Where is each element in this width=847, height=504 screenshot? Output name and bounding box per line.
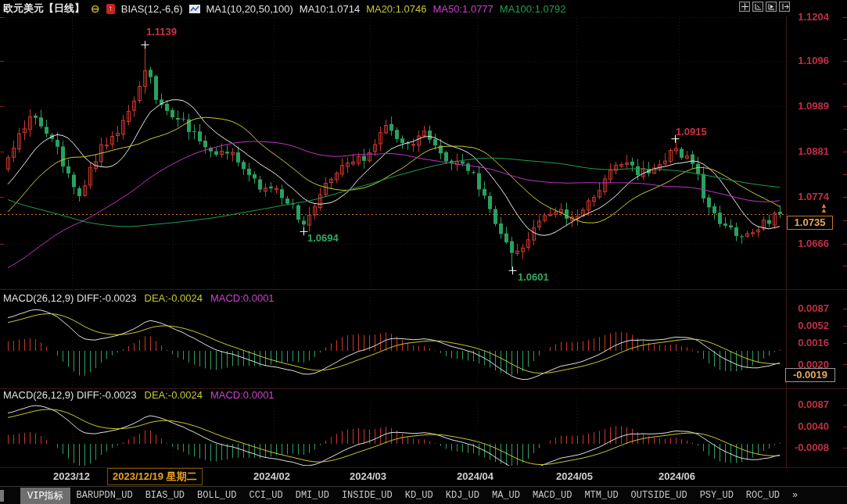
pane-play-icon[interactable]	[766, 2, 777, 12]
minus-circle-icon[interactable]: ⊖	[91, 2, 100, 15]
symbol-title: 欧元美元【日线】	[3, 2, 84, 16]
current-price-badge: 1.0735	[787, 216, 833, 230]
ma20-value: MA20:1.0746	[366, 3, 426, 15]
macd2-macd: MACD:0.0001	[210, 389, 275, 402]
tab-inside[interactable]: INSIDE_UD	[336, 488, 399, 502]
up-arrow-icon: ↑	[106, 4, 115, 14]
ma10-value: MA10:1.0714	[300, 3, 360, 15]
tab-bias[interactable]: BIAS_UD	[139, 488, 191, 502]
macd2-dea: DEA:-0.0024	[145, 389, 203, 402]
price-axis-label: 1.0666	[788, 238, 829, 250]
x-axis-label: 2024/05	[556, 470, 593, 482]
crosshair-icon[interactable]	[739, 2, 750, 12]
ma50-value: MA50:1.0777	[432, 3, 493, 15]
tab-macd[interactable]: MACD_UD	[526, 488, 578, 502]
price-axis-label: 1.1204	[788, 11, 829, 23]
price-axis-label: 1.0989	[788, 100, 829, 113]
tab-boll[interactable]: BOLL_UD	[191, 488, 242, 502]
tab-kd[interactable]: KD_UD	[399, 488, 440, 502]
annotation-high: 1.0915	[676, 126, 707, 138]
annotation-low: 1.0601	[518, 271, 549, 283]
price-up-arrows-icon: ▲▲	[820, 203, 827, 213]
tab-cci[interactable]: CCI_UD	[242, 488, 289, 502]
bias-indicator-label: BIAS(12,-6,6)	[121, 3, 183, 15]
tab-psy[interactable]: PSY_UD	[694, 488, 740, 502]
cursor-date-badge: 2023/12/19 星期二	[107, 468, 203, 485]
tabs-more-chevron[interactable]: »	[786, 488, 804, 502]
price-axis-label: 1.1096	[788, 55, 829, 67]
macd1-macd: MACD:0.0001	[210, 292, 275, 305]
macd1-header: MACD(26,12,9) DIFF:-0.0023 DEA:-0.0024 M…	[3, 292, 275, 305]
x-axis-label: 2024/06	[659, 470, 695, 482]
macd1-axis-label: 0.0087	[788, 302, 829, 314]
trading-app-window: { "header": { "title": "欧元美元【日线】", "bias…	[0, 0, 847, 504]
toolbar-edge-fragment	[0, 490, 4, 502]
macd1-axis-label: 0.0052	[788, 320, 829, 331]
annotation-high: 1.1139	[146, 26, 177, 38]
tab-outside[interactable]: OUTSIDE_UD	[625, 488, 694, 502]
tab-mtm[interactable]: MTM_UD	[578, 488, 624, 502]
macd2-axis-label: 0.0040	[788, 420, 829, 432]
macd2-name-diff: MACD(26,12,9) DIFF:-0.0023	[3, 389, 137, 402]
x-axis-label: 2024/04	[457, 470, 493, 482]
macd1-last-value-badge: -0.0019	[785, 368, 835, 382]
macd2-axis-label: 0.0087	[788, 399, 829, 410]
macd2-header: MACD(26,12,9) DIFF:-0.0023 DEA:-0.0024 M…	[3, 389, 275, 402]
macd1-dea: DEA:-0.0024	[145, 292, 203, 305]
x-axis-label: 2023/12	[53, 470, 90, 482]
chart-header: 欧元美元【日线】 ⊖ ↑ BIAS(12,-6,6) MA1(10,20,50,…	[3, 2, 565, 16]
pane-fit-left-icon[interactable]	[752, 2, 763, 12]
price-axis-label: 1.0881	[788, 145, 829, 158]
tab-barupdn[interactable]: BARUPDN_UD	[70, 488, 139, 502]
annotation-low: 1.0694	[307, 232, 339, 244]
tab-roc[interactable]: ROC_UD	[740, 488, 786, 502]
indicator-tab-bar: VIP指标 BARUPDN_UD BIAS_UD BOLL_UD CCI_UD …	[0, 486, 847, 504]
ma-group-label: MA1(10,20,50,100)	[206, 3, 293, 15]
ma100-value: MA100:1.0792	[500, 3, 566, 15]
x-axis-label: 2024/02	[253, 470, 290, 482]
tab-dmi[interactable]: DMI_UD	[289, 488, 336, 502]
macd1-axis-label: 0.0016	[788, 337, 829, 349]
chart-canvas[interactable]	[0, 0, 847, 504]
macd1-name-diff: MACD(26,12,9) DIFF:-0.0023	[3, 292, 137, 305]
tab-vip-indicator[interactable]: VIP指标	[20, 488, 70, 504]
tab-kdj[interactable]: KDJ_UD	[440, 488, 486, 502]
x-axis-label: 2024/03	[350, 470, 386, 482]
macd2-axis-label: -0.0008	[788, 441, 829, 453]
tab-ma[interactable]: MA_UD	[486, 488, 526, 502]
mini-chart-icon[interactable]	[189, 5, 200, 13]
